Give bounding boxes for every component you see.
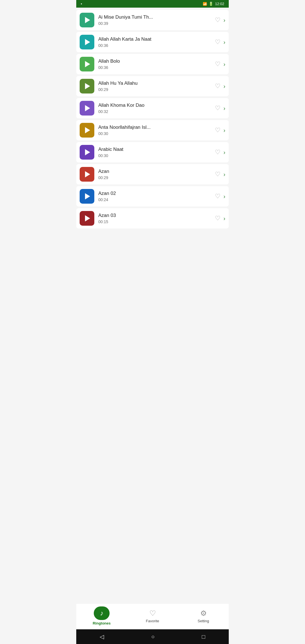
status-right-info: 📶 🔋 12:02	[203, 2, 224, 6]
favorite-icon-10[interactable]: ♡	[215, 215, 221, 222]
song-duration-10: 00:15	[98, 219, 215, 224]
status-left-icons: ▪	[81, 2, 82, 6]
nav-label-ringtones: Ringtones	[93, 621, 111, 625]
status-bar: ▪ 📶 🔋 12:02	[76, 0, 229, 8]
song-item-9[interactable]: Azan 02 00:24 ♡ ›	[76, 186, 229, 206]
sim-icon: ▪	[81, 2, 82, 6]
song-duration-4: 00:29	[98, 87, 215, 92]
play-icon-5	[85, 105, 90, 111]
song-info-5: Allah Khoma Kor Dao 00:32	[98, 103, 215, 114]
home-button[interactable]: ○	[151, 634, 154, 640]
play-icon-3	[85, 61, 90, 67]
favorite-icon-8[interactable]: ♡	[215, 171, 221, 178]
song-title-5: Allah Khoma Kor Dao	[98, 103, 215, 108]
play-button-1[interactable]	[80, 13, 94, 27]
song-item-3[interactable]: Allah Bolo 00:36 ♡ ›	[76, 54, 229, 74]
song-item-10[interactable]: Azan 03 00:15 ♡ ›	[76, 208, 229, 229]
song-duration-7: 00:30	[98, 153, 215, 158]
play-icon-2	[85, 39, 90, 45]
song-duration-1: 00:39	[98, 21, 215, 26]
song-title-6: Anta Noorllahifajran Isl...	[98, 125, 215, 130]
nav-icon-favorite: ♡	[149, 609, 156, 618]
system-nav: ◁ ○ □	[76, 629, 229, 644]
chevron-right-icon-7[interactable]: ›	[223, 149, 225, 156]
nav-item-ringtones[interactable]: ♪ Ringtones	[76, 606, 127, 625]
song-title-10: Azan 03	[98, 213, 215, 218]
chevron-right-icon-4[interactable]: ›	[223, 83, 225, 90]
play-button-3[interactable]	[80, 57, 94, 71]
play-button-7[interactable]	[80, 145, 94, 160]
favorite-icon-9[interactable]: ♡	[215, 193, 221, 200]
song-duration-9: 00:24	[98, 197, 215, 202]
signal-off-icon: 📶	[203, 2, 207, 6]
nav-icon-setting: ⚙	[200, 609, 207, 618]
song-item-7[interactable]: Arabic Naat 00:30 ♡ ›	[76, 142, 229, 162]
chevron-right-icon-9[interactable]: ›	[223, 193, 225, 200]
battery-icon: 🔋	[209, 2, 213, 6]
play-button-6[interactable]	[80, 123, 94, 138]
song-title-3: Allah Bolo	[98, 58, 215, 64]
play-button-8[interactable]	[80, 167, 94, 182]
song-list: Ai Mise Duniya Tumi Th... 00:39 ♡ › Alla…	[76, 8, 229, 603]
song-duration-5: 00:32	[98, 109, 215, 114]
song-item-1[interactable]: Ai Mise Duniya Tumi Th... 00:39 ♡ ›	[76, 10, 229, 30]
song-item-6[interactable]: Anta Noorllahifajran Isl... 00:30 ♡ ›	[76, 120, 229, 140]
play-icon-9	[85, 193, 90, 199]
song-title-8: Azan	[98, 169, 215, 174]
song-item-8[interactable]: Azan 00:29 ♡ ›	[76, 164, 229, 184]
song-info-3: Allah Bolo 00:36	[98, 58, 215, 70]
song-info-6: Anta Noorllahifajran Isl... 00:30	[98, 125, 215, 136]
song-item-5[interactable]: Allah Khoma Kor Dao 00:32 ♡ ›	[76, 98, 229, 118]
song-duration-2: 00:36	[98, 43, 215, 48]
song-title-9: Azan 02	[98, 191, 215, 196]
song-info-4: Allah Hu Ya Allahu 00:29	[98, 80, 215, 92]
favorite-icon-2[interactable]: ♡	[215, 38, 221, 46]
nav-item-favorite[interactable]: ♡ Favorite	[127, 609, 178, 623]
song-info-8: Azan 00:29	[98, 169, 215, 180]
status-time: 12:02	[215, 2, 224, 6]
play-icon-10	[85, 215, 90, 221]
chevron-right-icon-2[interactable]: ›	[223, 39, 225, 45]
play-button-9[interactable]	[80, 189, 94, 204]
chevron-right-icon-8[interactable]: ›	[223, 171, 225, 178]
song-duration-3: 00:36	[98, 65, 215, 70]
song-duration-8: 00:29	[98, 175, 215, 180]
chevron-right-icon-10[interactable]: ›	[223, 215, 225, 222]
song-title-4: Allah Hu Ya Allahu	[98, 80, 215, 86]
chevron-right-icon-6[interactable]: ›	[223, 127, 225, 134]
favorite-icon-3[interactable]: ♡	[215, 60, 221, 68]
nav-icon-ringtones: ♪	[100, 609, 103, 617]
play-icon-7	[85, 149, 90, 155]
recent-button[interactable]: □	[202, 634, 205, 640]
back-button[interactable]: ◁	[100, 633, 104, 640]
chevron-right-icon-1[interactable]: ›	[223, 17, 225, 23]
favorite-icon-7[interactable]: ♡	[215, 149, 221, 156]
song-title-1: Ai Mise Duniya Tumi Th...	[98, 14, 215, 20]
play-icon-4	[85, 83, 90, 89]
nav-label-setting: Setting	[198, 619, 209, 623]
favorite-icon-5[interactable]: ♡	[215, 105, 221, 112]
chevron-right-icon-3[interactable]: ›	[223, 61, 225, 68]
song-info-10: Azan 03 00:15	[98, 213, 215, 224]
song-info-1: Ai Mise Duniya Tumi Th... 00:39	[98, 14, 215, 26]
favorite-icon-1[interactable]: ♡	[215, 16, 221, 24]
favorite-icon-4[interactable]: ♡	[215, 82, 221, 90]
play-button-2[interactable]	[80, 35, 94, 49]
play-button-4[interactable]	[80, 79, 94, 93]
play-icon-6	[85, 127, 90, 133]
nav-item-setting[interactable]: ⚙ Setting	[178, 609, 229, 623]
play-button-10[interactable]	[80, 211, 94, 226]
nav-label-favorite: Favorite	[146, 619, 159, 623]
play-icon-1	[85, 17, 90, 23]
play-button-5[interactable]	[80, 101, 94, 116]
song-item-4[interactable]: Allah Hu Ya Allahu 00:29 ♡ ›	[76, 76, 229, 96]
song-info-2: Allah Allah Karta Ja Naat 00:36	[98, 36, 215, 48]
favorite-icon-6[interactable]: ♡	[215, 127, 221, 134]
song-info-7: Arabic Naat 00:30	[98, 147, 215, 158]
song-item-2[interactable]: Allah Allah Karta Ja Naat 00:36 ♡ ›	[76, 32, 229, 52]
bottom-nav: ♪ Ringtones ♡ Favorite ⚙ Setting	[76, 603, 229, 629]
song-title-2: Allah Allah Karta Ja Naat	[98, 36, 215, 42]
nav-icon-circle-ringtones: ♪	[94, 606, 110, 620]
chevron-right-icon-5[interactable]: ›	[223, 105, 225, 112]
song-info-9: Azan 02 00:24	[98, 191, 215, 202]
